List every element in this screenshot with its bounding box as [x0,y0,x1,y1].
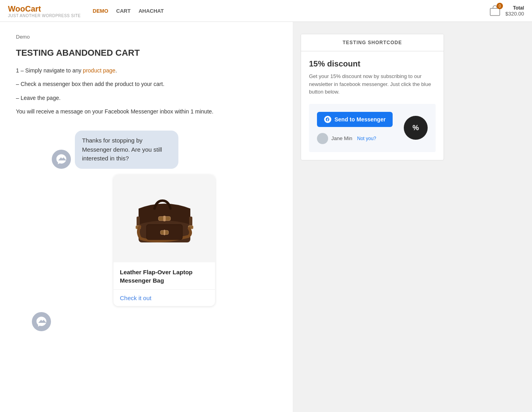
svg-rect-0 [490,8,500,16]
nav-item-cart[interactable]: CART [116,8,131,14]
header-right: 0 Total $320.00 [489,4,524,17]
steps-list: 1 – Simply navigate to any product page.… [16,66,277,102]
product-action[interactable]: Check it out [113,289,215,306]
page-layout: Demo TESTING ABANDONED CART 1 – Simply n… [0,22,532,412]
product-image-area [113,175,215,262]
cart-total-amount: $320.00 [505,11,524,17]
product-name: Leather Flap-Over Laptop Messenger Bag [120,268,209,285]
discount-title: 15% discount [309,59,436,68]
sidebar-shortcode-header: TESTING SHORTCODE [301,34,444,51]
logo-title: WooCart [8,4,81,14]
messenger-left: Send to Messenger Jane Min Not you? [317,112,393,144]
svg-rect-4 [137,217,140,227]
messenger-note: You will receive a message on your Faceb… [16,108,277,115]
product-info: Leather Flap-Over Laptop Messenger Bag [113,262,215,285]
user-row: Jane Min Not you? [317,133,393,144]
nav-item-demo[interactable]: DEMO [93,8,108,14]
not-you-link[interactable]: Not you? [357,136,376,141]
cart-total: Total $320.00 [505,5,524,17]
header: WooCart JUST ANOTHER WORDPRESS SITE DEMO… [0,0,532,22]
sidebar-card: TESTING SHORTCODE 15% discount Get your … [301,34,444,160]
bottom-chat-row [32,312,51,331]
discount-badge: % [404,116,428,140]
main-nav: DEMO CART AHACHAT [93,8,164,14]
chat-demo: Thanks for stopping by Messenger demo. A… [16,131,277,331]
svg-rect-10 [164,230,165,235]
facebook-icon [324,116,331,123]
bag-image [133,187,196,250]
product-page-link[interactable]: product page [83,67,115,74]
step-3: – Leave the page. [16,94,277,102]
messenger-avatar-2 [32,312,51,331]
product-card: Leather Flap-Over Laptop Messenger Bag C… [113,175,215,306]
messenger-avatar-1 [52,150,71,169]
section-title: TESTING ABANDONED CART [16,48,277,58]
cart-icon-wrap[interactable]: 0 [489,4,501,17]
chat-bubble: Thanks for stopping by Messenger demo. A… [75,131,178,169]
chat-bubble-row: Thanks for stopping by Messenger demo. A… [52,131,178,169]
svg-rect-5 [189,217,192,227]
logo-subtitle: JUST ANOTHER WORDPRESS SITE [8,14,81,18]
logo-area: WooCart JUST ANOTHER WORDPRESS SITE [8,4,81,18]
discount-desc: Get your 15% discount now by subscribing… [309,72,436,96]
user-avatar [317,133,328,144]
step-1-text: – Simply navigate to any [21,67,83,74]
step-1-number: 1 [16,67,19,74]
step-1: 1 – Simply navigate to any product page. [16,66,277,75]
step-2: – Check a messenger box then add the pro… [16,80,277,88]
step-1-after: . [115,67,117,74]
sidebar: TESTING SHORTCODE 15% discount Get your … [293,22,452,412]
sidebar-card-body: 15% discount Get your 15% discount now b… [301,51,444,160]
check-it-out-button[interactable]: Check it out [120,295,151,301]
messenger-widget: Send to Messenger Jane Min Not you? % [309,104,436,152]
send-messenger-label: Send to Messenger [334,116,385,123]
nav-item-ahachat[interactable]: AHACHAT [139,8,164,14]
send-to-messenger-button[interactable]: Send to Messenger [317,112,393,127]
cart-badge: 0 [497,3,503,9]
user-name: Jane Min [331,135,352,141]
breadcrumb: Demo [16,34,277,40]
main-content: Demo TESTING ABANDONED CART 1 – Simply n… [0,22,293,412]
cart-total-label: Total [505,5,524,11]
svg-rect-3 [163,216,166,221]
